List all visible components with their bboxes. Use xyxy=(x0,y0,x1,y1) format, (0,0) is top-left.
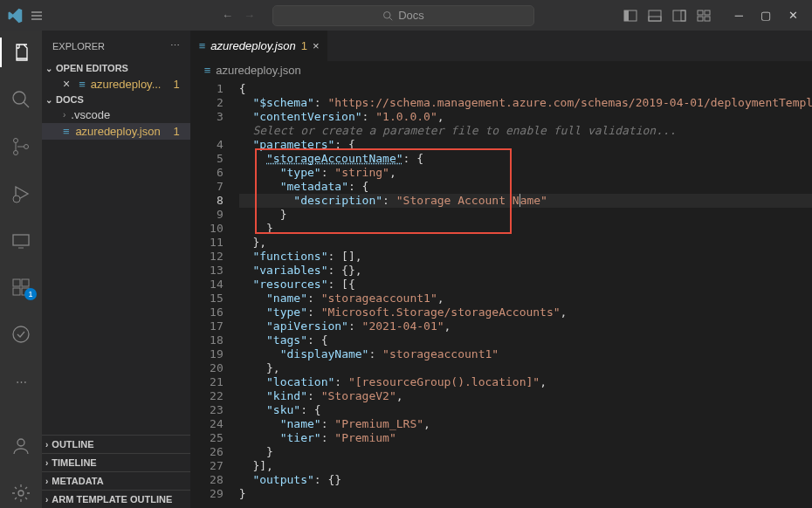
chevron-right-icon: › xyxy=(45,477,48,486)
svg-point-22 xyxy=(17,439,24,446)
svg-rect-17 xyxy=(13,279,20,286)
json-file-icon: ≡ xyxy=(199,39,206,52)
activity-scm[interactable] xyxy=(0,132,42,161)
json-file-icon: ≡ xyxy=(204,64,211,77)
svg-point-12 xyxy=(14,138,18,142)
svg-rect-9 xyxy=(698,17,703,21)
tab-azuredeploy[interactable]: ≡ azuredeploy.json 1 × xyxy=(190,31,329,61)
svg-rect-6 xyxy=(681,10,685,21)
layout-panel-icon[interactable] xyxy=(648,9,662,23)
svg-point-13 xyxy=(14,150,18,154)
hamburger-icon[interactable] xyxy=(30,9,58,23)
search-placeholder: Docs xyxy=(398,9,424,22)
tab-filename: azuredeploy.json xyxy=(210,39,295,52)
activity-more[interactable]: ⋯ xyxy=(0,367,42,396)
svg-rect-2 xyxy=(624,10,629,21)
breadcrumb[interactable]: ≡ azuredeploy.json xyxy=(190,61,812,80)
activity-testing[interactable] xyxy=(0,319,42,349)
account-icon xyxy=(10,436,31,457)
svg-point-23 xyxy=(18,491,24,496)
activity-debug[interactable] xyxy=(0,179,42,209)
window-maximize-icon[interactable]: ▢ xyxy=(760,9,771,22)
outline-header[interactable]: ›OUTLINE xyxy=(42,435,190,453)
parameter-hint[interactable]: Select or create a parameter file to ena… xyxy=(252,124,676,137)
svg-rect-3 xyxy=(649,10,661,21)
command-center-search[interactable]: Docs xyxy=(272,5,534,26)
search-icon xyxy=(382,10,393,21)
chevron-down-icon: ⌄ xyxy=(45,95,52,105)
arm-outline-header[interactable]: ›ARM TEMPLATE OUTLINE xyxy=(42,490,190,508)
svg-rect-18 xyxy=(13,288,20,295)
activity-remote[interactable] xyxy=(0,226,42,256)
json-file-icon: ≡ xyxy=(63,125,70,138)
svg-rect-10 xyxy=(705,17,710,21)
chevron-down-icon: ⌄ xyxy=(45,64,52,73)
chevron-right-icon: › xyxy=(45,458,48,468)
run-debug-icon xyxy=(10,183,31,204)
code-editor[interactable]: 1234567891011121314151617181920212223242… xyxy=(190,80,812,508)
layout-sidebar-left-icon[interactable] xyxy=(623,9,637,23)
ellipsis-icon: ⋯ xyxy=(16,375,27,388)
file-azuredeploy[interactable]: ≡ azuredeploy.json 1 xyxy=(42,123,190,140)
nav-back-icon[interactable]: ← xyxy=(222,9,233,22)
timeline-header[interactable]: ›TIMELINE xyxy=(42,453,190,471)
source-control-icon xyxy=(10,136,31,157)
tab-badge: 1 xyxy=(301,39,307,52)
tab-bar: ≡ azuredeploy.json 1 × ⋯ xyxy=(190,31,812,61)
window-close-icon[interactable]: ✕ xyxy=(788,9,798,22)
code-content[interactable]: { "$schema": "https://schema.management.… xyxy=(239,80,812,508)
svg-point-21 xyxy=(13,326,29,342)
svg-point-14 xyxy=(24,144,29,148)
open-editor-item[interactable]: × ≡ azuredeploy... 1 xyxy=(42,75,190,93)
sidebar-more-icon[interactable]: ⋯ xyxy=(170,40,180,51)
line-numbers: 1234567891011121314151617181920212223242… xyxy=(190,80,239,508)
folder-vscode[interactable]: › .vscode xyxy=(42,106,190,123)
svg-rect-16 xyxy=(13,235,29,245)
extensions-badge: 1 xyxy=(24,288,37,300)
chevron-right-icon: › xyxy=(63,110,65,120)
chevron-right-icon: › xyxy=(45,440,48,450)
folder-header[interactable]: ⌄ DOCS xyxy=(42,93,190,106)
search-icon xyxy=(10,89,31,110)
layout-sidebar-right-icon[interactable] xyxy=(672,9,686,23)
sidebar-title: EXPLORER xyxy=(52,41,105,51)
explorer-sidebar: EXPLORER ⋯ ⌄ OPEN EDITORS × ≡ azuredeplo… xyxy=(42,31,190,508)
activity-search[interactable] xyxy=(0,85,42,114)
svg-point-15 xyxy=(13,196,20,203)
gear-icon xyxy=(10,483,31,504)
activity-account[interactable] xyxy=(0,431,42,461)
beaker-icon xyxy=(10,324,31,345)
tab-close-icon[interactable]: × xyxy=(313,39,320,52)
breadcrumb-file: azuredeploy.json xyxy=(216,64,300,77)
svg-rect-5 xyxy=(673,10,685,21)
close-icon[interactable]: × xyxy=(63,77,70,91)
svg-rect-20 xyxy=(22,279,29,286)
activity-bar: 1 ⋯ xyxy=(0,31,42,508)
layout-customize-icon[interactable] xyxy=(697,9,711,23)
window-minimize-icon[interactable]: ─ xyxy=(735,9,743,22)
open-editors-header[interactable]: ⌄ OPEN EDITORS xyxy=(42,61,190,75)
files-icon xyxy=(11,42,32,63)
svg-point-11 xyxy=(13,92,25,104)
svg-point-0 xyxy=(384,11,391,18)
vscode-logo-icon xyxy=(7,8,23,24)
metadata-header[interactable]: ›METADATA xyxy=(42,471,190,490)
chevron-right-icon: › xyxy=(45,495,48,505)
svg-rect-4 xyxy=(649,17,661,21)
activity-settings[interactable] xyxy=(0,478,42,508)
remote-icon xyxy=(10,230,31,251)
activity-explorer[interactable] xyxy=(0,38,42,67)
svg-rect-8 xyxy=(705,10,710,15)
nav-forward-icon[interactable]: → xyxy=(244,9,255,22)
editor-area: ≡ azuredeploy.json 1 × ⋯ ≡ azuredeploy.j… xyxy=(190,31,812,508)
title-bar: ← → Docs ─ ▢ ✕ xyxy=(0,0,812,31)
activity-extensions[interactable]: 1 xyxy=(0,273,42,303)
svg-rect-7 xyxy=(698,10,703,15)
json-file-icon: ≡ xyxy=(79,78,86,91)
